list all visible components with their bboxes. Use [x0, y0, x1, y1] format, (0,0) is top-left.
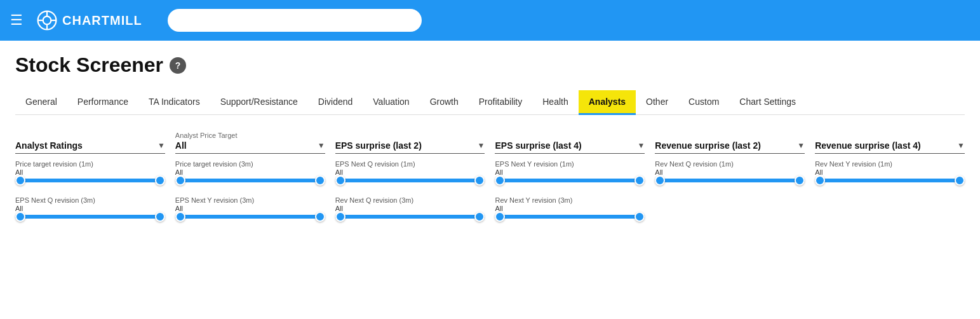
- rev-next-q-1m-filter: Rev Next Q revision (1m) All: [655, 160, 805, 182]
- rev-next-y-3m-thumb-right[interactable]: [634, 212, 645, 222]
- eps-next-y-1m-thumb-left[interactable]: [495, 175, 505, 186]
- dropdown-label-4: [655, 132, 805, 139]
- tab-profitability[interactable]: Profitability: [469, 90, 532, 115]
- rev-next-y-1m-value: All: [815, 168, 965, 176]
- empty-col-6: [815, 196, 965, 219]
- eps-surprise-2-dropdown: EPS surprise (last 2) ▼: [335, 132, 485, 154]
- rev-surprise-4-arrow: ▼: [957, 141, 965, 150]
- rev-next-q-1m-thumb-left[interactable]: [655, 175, 665, 186]
- eps-next-q-3m-thumb-left[interactable]: [15, 212, 25, 222]
- rev-next-q-1m-value: All: [655, 168, 805, 176]
- search-input[interactable]: [168, 9, 422, 32]
- eps-surprise-2-value: EPS surprise (last 2): [335, 140, 422, 151]
- tab-ta-indicators[interactable]: TA Indicators: [138, 90, 210, 115]
- rev-surprise-4-select[interactable]: Revenue surprise (last 4) ▼: [815, 140, 965, 154]
- sliders-row-1: Price target revision (1m) All Price tar…: [15, 160, 965, 182]
- eps-surprise-4-select[interactable]: EPS surprise (last 4) ▼: [495, 140, 645, 154]
- eps-next-q-3m-track[interactable]: [15, 215, 165, 219]
- eps-next-y-3m-thumb-right[interactable]: [315, 212, 325, 222]
- rev-next-y-1m-thumb-right[interactable]: [955, 175, 965, 186]
- price-target-3m-label: Price target revision (3m): [175, 160, 325, 168]
- eps-next-y-1m-label: EPS Next Y revision (1m): [495, 160, 645, 168]
- eps-next-y-3m-track[interactable]: [175, 215, 325, 219]
- price-target-1m-thumb-left[interactable]: [15, 175, 25, 186]
- eps-next-q-1m-filter: EPS Next Q revision (1m) All: [335, 160, 485, 182]
- rev-next-q-3m-thumb-left[interactable]: [335, 212, 346, 222]
- tab-growth[interactable]: Growth: [420, 90, 469, 115]
- tab-chart-settings[interactable]: Chart Settings: [729, 90, 806, 115]
- rev-next-y-1m-thumb-left[interactable]: [815, 175, 825, 186]
- eps-next-y-3m-thumb-left[interactable]: [175, 212, 185, 222]
- eps-next-y-3m-value: All: [175, 205, 325, 212]
- page-title: Stock Screener: [15, 53, 163, 77]
- eps-surprise-2-arrow: ▼: [478, 141, 485, 150]
- logo-icon: [36, 9, 58, 32]
- eps-next-y-1m-value: All: [495, 168, 645, 176]
- rev-surprise-4-value: Revenue surprise (last 4): [815, 140, 921, 151]
- eps-surprise-4-dropdown: EPS surprise (last 4) ▼: [495, 132, 645, 154]
- eps-next-q-3m-label: EPS Next Q revision (3m): [15, 196, 165, 204]
- analyst-ratings-arrow: ▼: [158, 141, 165, 150]
- logo-text: CHARTMILL: [62, 13, 142, 28]
- tabs-bar: General Performance TA Indicators Suppor…: [15, 90, 965, 115]
- eps-next-q-1m-label: EPS Next Q revision (1m): [335, 160, 485, 168]
- rev-next-q-3m-thumb-right[interactable]: [474, 212, 485, 222]
- rev-next-q-1m-thumb-right[interactable]: [795, 175, 805, 186]
- rev-next-y-3m-track[interactable]: [495, 215, 645, 219]
- eps-surprise-4-value: EPS surprise (last 4): [495, 140, 581, 151]
- rev-next-q-1m-track[interactable]: [655, 179, 805, 182]
- main-content: Stock Screener ? General Performance TA …: [0, 41, 980, 319]
- analyst-ratings-select[interactable]: Analyst Ratings ▼: [15, 140, 165, 154]
- rev-next-q-3m-label: Rev Next Q revision (3m): [335, 196, 485, 204]
- eps-next-q-1m-track[interactable]: [335, 179, 485, 182]
- price-target-3m-value: All: [175, 168, 325, 176]
- eps-next-q-3m-thumb-right[interactable]: [155, 212, 165, 222]
- dropdown-label-2: [335, 132, 485, 139]
- rev-next-y-1m-track[interactable]: [815, 179, 965, 182]
- price-target-1m-thumb-right[interactable]: [155, 175, 165, 186]
- page-title-area: Stock Screener ?: [15, 53, 965, 77]
- tab-analysts[interactable]: Analysts: [579, 90, 636, 115]
- eps-next-y-1m-thumb-right[interactable]: [634, 175, 645, 186]
- eps-next-q-1m-thumb-left[interactable]: [335, 175, 346, 186]
- rev-surprise-2-dropdown: Revenue surprise (last 2) ▼: [655, 132, 805, 154]
- tab-other[interactable]: Other: [636, 90, 678, 115]
- dropdown-label-1: Analyst Price Target: [175, 132, 325, 139]
- header: ☰ CHARTMILL: [0, 0, 980, 41]
- tab-performance[interactable]: Performance: [67, 90, 138, 115]
- price-target-1m-filter: Price target revision (1m) All: [15, 160, 165, 182]
- price-target-3m-thumb-right[interactable]: [315, 175, 325, 186]
- tab-valuation[interactable]: Valuation: [363, 90, 419, 115]
- menu-icon[interactable]: ☰: [10, 12, 23, 29]
- help-icon[interactable]: ?: [170, 57, 186, 74]
- tab-health[interactable]: Health: [532, 90, 578, 115]
- price-target-1m-track[interactable]: [15, 179, 165, 182]
- price-target-3m-thumb-left[interactable]: [175, 175, 185, 186]
- tab-custom[interactable]: Custom: [678, 90, 729, 115]
- rev-surprise-2-arrow: ▼: [797, 141, 805, 150]
- eps-next-y-1m-track[interactable]: [495, 179, 645, 182]
- eps-next-y-1m-filter: EPS Next Y revision (1m) All: [495, 160, 645, 182]
- analyst-price-target-select[interactable]: All ▼: [175, 140, 325, 154]
- eps-surprise-2-select[interactable]: EPS surprise (last 2) ▼: [335, 140, 485, 154]
- tab-general[interactable]: General: [15, 90, 67, 115]
- rev-next-q-3m-track[interactable]: [335, 215, 485, 219]
- analyst-price-target-value: All: [175, 140, 187, 151]
- eps-surprise-4-arrow: ▼: [637, 141, 645, 150]
- empty-col-5: [655, 196, 805, 219]
- eps-next-y-3m-label: EPS Next Y revision (3m): [175, 196, 325, 204]
- rev-next-y-1m-filter: Rev Next Y revision (1m) All: [815, 160, 965, 182]
- price-target-3m-track[interactable]: [175, 179, 325, 182]
- rev-next-y-3m-thumb-left[interactable]: [495, 212, 505, 222]
- rev-surprise-2-select[interactable]: Revenue surprise (last 2) ▼: [655, 140, 805, 154]
- filter-section: Analyst Ratings ▼ Analyst Price Target A…: [15, 125, 965, 225]
- dropdown-label-0: [15, 132, 165, 139]
- tab-dividend[interactable]: Dividend: [308, 90, 363, 115]
- dropdowns-row: Analyst Ratings ▼ Analyst Price Target A…: [15, 132, 965, 154]
- eps-next-q-3m-value: All: [15, 205, 165, 212]
- eps-next-q-3m-filter: EPS Next Q revision (3m) All: [15, 196, 165, 219]
- analyst-ratings-value: Analyst Ratings: [15, 140, 83, 151]
- price-target-1m-value: All: [15, 168, 165, 176]
- tab-support-resistance[interactable]: Support/Resistance: [210, 90, 308, 115]
- eps-next-q-1m-thumb-right[interactable]: [474, 175, 485, 186]
